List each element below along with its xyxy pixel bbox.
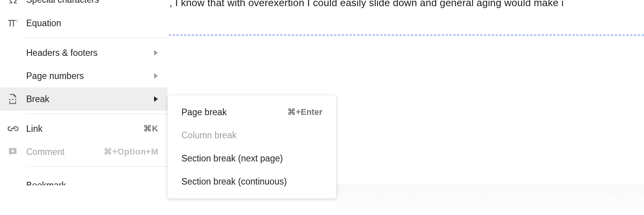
submenu-item-section-break-next-page[interactable]: Section break (next page) (168, 147, 336, 170)
menu-label: Page numbers (26, 71, 154, 81)
page-break-indicator (169, 35, 644, 35)
submenu-shortcut: ⌘+Enter (287, 107, 322, 117)
submenu-arrow-icon (154, 73, 158, 79)
insert-menu: Special characters 2 Equation Headers & … (0, 0, 168, 201)
svg-line-1 (10, 20, 10, 26)
menu-label: Link (26, 124, 143, 134)
menu-shortcut: ⌘+Option+M (104, 147, 158, 157)
submenu-arrow-icon (154, 96, 158, 102)
submenu-item-page-break[interactable]: Page break ⌘+Enter (168, 101, 336, 124)
break-submenu: Page break ⌘+Enter Column break Section … (168, 95, 336, 198)
submenu-label: Page break (181, 107, 287, 118)
menu-item-page-numbers[interactable]: Page numbers (0, 64, 168, 87)
menu-separator (26, 38, 168, 38)
document-body-text[interactable]: , I know that with overexertion I could … (169, 0, 644, 9)
menu-shortcut: ⌘K (143, 124, 158, 134)
menu-item-link[interactable]: Link ⌘K (0, 117, 168, 140)
menu-separator (26, 166, 168, 167)
svg-marker-9 (154, 96, 158, 102)
omega-icon (8, 0, 26, 5)
submenu-label: Section break (next page) (181, 153, 322, 164)
menu-item-equation[interactable]: 2 Equation (0, 12, 168, 35)
svg-rect-12 (12, 149, 13, 153)
menu-label: Bookmark (26, 180, 158, 185)
page-break-icon (8, 94, 26, 104)
page-gap-shadow (334, 184, 644, 215)
submenu-label: Column break (181, 130, 322, 141)
menu-item-bookmark[interactable]: Bookmark (0, 170, 168, 185)
pi-squared-icon: 2 (8, 18, 26, 28)
comment-icon (8, 147, 26, 157)
svg-text:2: 2 (16, 19, 18, 22)
submenu-item-section-break-continuous[interactable]: Section break (continuous) (168, 170, 336, 193)
menu-label: Headers & footers (26, 48, 154, 58)
menu-label: Equation (26, 18, 158, 29)
svg-marker-5 (154, 73, 158, 79)
submenu-arrow-icon (154, 50, 158, 55)
menu-item-break[interactable]: Break (0, 87, 168, 111)
menu-label: Comment (26, 147, 104, 157)
menu-item-headers-footers[interactable]: Headers & footers (0, 41, 168, 64)
menu-item-comment: Comment ⌘+Option+M (0, 140, 168, 163)
menu-separator (26, 114, 168, 114)
link-icon (8, 126, 26, 132)
menu-item-special-characters[interactable]: Special characters (0, 0, 168, 12)
submenu-item-column-break: Column break (168, 124, 336, 147)
svg-marker-4 (154, 50, 158, 55)
menu-label: Break (26, 94, 154, 104)
menu-label: Special characters (26, 0, 158, 5)
submenu-label: Section break (continuous) (181, 176, 322, 187)
